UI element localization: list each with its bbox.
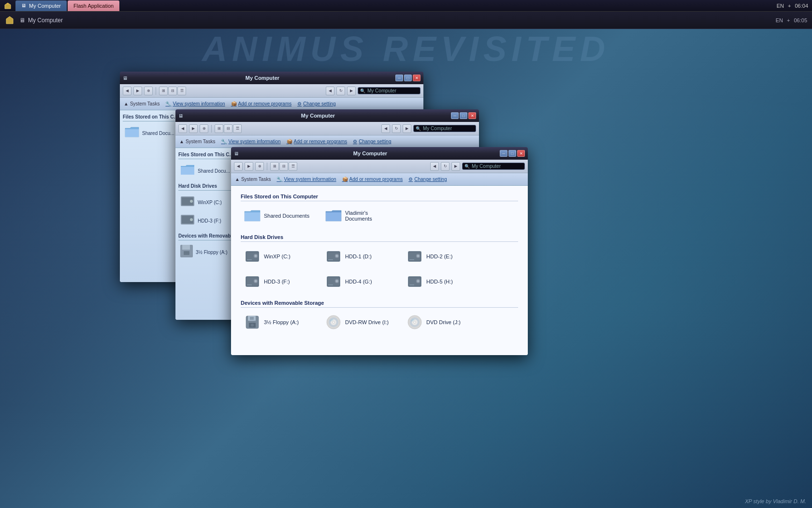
win1-up-btn[interactable]: ⊕ (144, 87, 153, 95)
monitor-icon: 🖥 (21, 3, 26, 8)
sys-tasks-toggle3[interactable]: ▲ System Tasks (235, 177, 271, 182)
win2-minimize[interactable]: ─ (451, 112, 459, 119)
addremove2-link[interactable]: 📦 Add or remove programs (287, 139, 348, 144)
sysinfo3-link[interactable]: 🔧 View system information (276, 177, 336, 182)
nav-next-btn[interactable]: ▶ (347, 87, 356, 95)
win1-minimize[interactable]: ─ (395, 75, 403, 81)
win3-maximize[interactable]: □ (508, 150, 516, 157)
add-remove-link[interactable]: 📦 Add or remove programs (231, 101, 292, 106)
taskbar-logo (2, 0, 14, 12)
view-btns2: ⊞ ⊟ ☰ (215, 124, 242, 133)
win1-title: My Computer (130, 75, 395, 81)
svg-marker-2 (6, 16, 13, 24)
win3-close[interactable]: ✕ (517, 150, 525, 157)
win3-forward[interactable]: ▶ (245, 162, 253, 171)
win2-search[interactable]: 🔍 My Computer (413, 125, 476, 132)
tab-flash-label: Flash Application (73, 3, 114, 9)
setting3-label: Change setting (414, 177, 447, 182)
clock2: 06:05 (794, 17, 807, 23)
view3-btn2[interactable]: ⊟ (279, 162, 288, 171)
svg-rect-67 (250, 317, 254, 320)
setting3-link[interactable]: ⚙ Change setting (408, 177, 447, 182)
svg-rect-21 (182, 245, 190, 250)
win2-back[interactable]: ◀ (178, 124, 187, 133)
floppy-a-item-label: 3½ Floppy (A:) (264, 319, 299, 325)
win2-maximize[interactable]: □ (460, 112, 467, 119)
setting-icon: ⚙ (297, 101, 302, 106)
win1-back-btn[interactable]: ◀ (123, 87, 131, 95)
view2-btn1[interactable]: ⊞ (215, 124, 223, 133)
view-sysinfo-link[interactable]: 🔧 View system information (165, 101, 225, 106)
hdd4-g-item[interactable]: HDD-4 (G:) (322, 271, 399, 292)
win1-maximize[interactable]: □ (404, 75, 412, 81)
svg-point-63 (417, 280, 419, 282)
hdd5-h-item[interactable]: HDD-5 (H:) (403, 271, 480, 292)
win1-close[interactable]: ✕ (413, 75, 420, 81)
win3-icon: 🖥 (234, 151, 239, 156)
addremove-icon: 📦 (231, 101, 237, 106)
view3-btn3[interactable]: ☰ (289, 162, 297, 171)
win1-search[interactable]: 🔍 My Computer (358, 87, 420, 94)
nav3-prev[interactable]: ◀ (430, 162, 439, 171)
nav3-refresh[interactable]: ↻ (441, 162, 450, 171)
floppy-a-item[interactable]: 3½ Floppy (A:) (241, 312, 318, 333)
win2-close[interactable]: ✕ (468, 112, 476, 119)
hdd2-e-item[interactable]: HDD-2 (E:) (403, 246, 480, 267)
addremove3-link[interactable]: 📦 Add or remove programs (342, 177, 403, 182)
toolbar-sep1 (156, 87, 156, 95)
hdd3-f-item[interactable]: HDD-3 (F:) (241, 271, 318, 292)
vladimir-folder-icon (325, 207, 342, 224)
win3-search[interactable]: 🔍 My Computer (462, 163, 525, 170)
nav-refresh-btn[interactable]: ↻ (336, 87, 345, 95)
svg-point-16 (190, 200, 193, 203)
tab-my-computer[interactable]: 🖥 My Computer (15, 0, 67, 11)
shared-docs-item[interactable]: Shared Documents (241, 205, 318, 226)
plus2: + (787, 17, 790, 23)
hdd1-d-item[interactable]: HDD-1 (D:) (322, 246, 399, 267)
close-icon: ✕ (415, 76, 419, 80)
win3-up[interactable]: ⊕ (255, 162, 264, 171)
svg-point-78 (414, 321, 416, 323)
dvd-j-item[interactable]: DVD Drive (J:) (403, 312, 480, 333)
nav2-refresh[interactable]: ↻ (392, 124, 401, 133)
search-text: My Computer (367, 88, 396, 93)
change-setting-link[interactable]: ⚙ Change setting (297, 101, 335, 106)
search-icon3: 🔍 (464, 164, 470, 169)
view-btn1[interactable]: ⊞ (159, 87, 168, 95)
vladimirs-docs-item[interactable]: Vladimir's Documents (322, 205, 399, 226)
win1-titlebar: 🖥 My Computer ─ □ ✕ (120, 72, 423, 84)
view-btn2[interactable]: ⊟ (168, 87, 177, 95)
view2-btn2[interactable]: ⊟ (224, 124, 232, 133)
close-icon3: ✕ (520, 151, 523, 156)
nav3-next[interactable]: ▶ (451, 162, 460, 171)
winxp-c-hdd-icon (244, 248, 261, 265)
nav-prev-btn[interactable]: ◀ (326, 87, 334, 95)
setting2-link[interactable]: ⚙ Change setting (353, 139, 391, 144)
winxp-c-item[interactable]: WinXP (C:) (241, 246, 318, 267)
win1-forward-btn[interactable]: ▶ (133, 87, 142, 95)
taskbar2-label: My Computer (28, 17, 63, 24)
nav2-next[interactable]: ▶ (403, 124, 411, 133)
sysinfo2-link[interactable]: 🔧 View system information (221, 139, 280, 144)
sep3 (267, 163, 267, 170)
system-tasks-toggle[interactable]: ▲ System Tasks (124, 101, 160, 106)
svg-rect-52 (247, 284, 252, 285)
win3-back[interactable]: ◀ (234, 162, 243, 171)
svg-point-39 (336, 255, 338, 257)
hdd1-d-hdd-icon (325, 248, 342, 265)
sys-tasks-toggle2[interactable]: ▲ System Tasks (179, 139, 215, 144)
win1-controls: ─ □ ✕ (395, 75, 420, 81)
nav2-prev[interactable]: ◀ (381, 124, 390, 133)
win2-up[interactable]: ⊕ (200, 124, 208, 133)
view2-btn3[interactable]: ☰ (233, 124, 242, 133)
win2-sidebarbar: ▲ System Tasks 🔧 View system information… (175, 135, 479, 148)
bg-watermark: Animus Revisited (0, 29, 812, 69)
win3-minimize[interactable]: ─ (500, 150, 508, 157)
view-btn3[interactable]: ☰ (177, 87, 186, 95)
view3-btn1[interactable]: ⊞ (270, 162, 279, 171)
win2-hdd3-label: HDD-3 (F:) (198, 218, 221, 224)
win2-forward[interactable]: ▶ (189, 124, 198, 133)
tab-flash-application[interactable]: Flash Application (68, 0, 119, 11)
dvdrw-i-item[interactable]: DVD-RW Drive (I:) (322, 312, 399, 333)
dvd-j-icon (406, 314, 423, 331)
